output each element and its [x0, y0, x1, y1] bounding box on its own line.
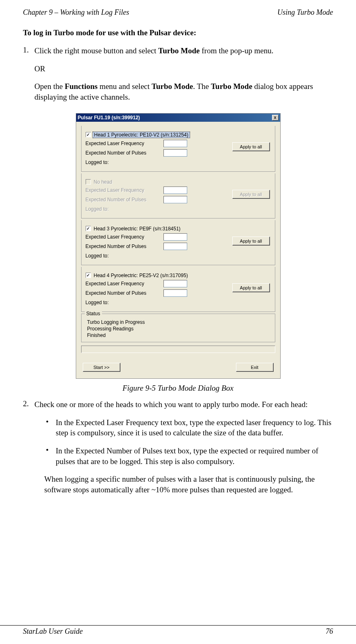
head-3-checkbox[interactable] — [86, 226, 91, 231]
header-left: Chapter 9 – Working with Log Files — [23, 8, 129, 17]
step-number: 2. — [23, 399, 34, 502]
bullet-icon: • — [46, 446, 56, 467]
pulses-label: Expected Number of Pulses — [86, 290, 163, 296]
apply-to-all-button-4[interactable]: Apply to all — [232, 283, 270, 292]
step1-or: OR — [34, 64, 333, 74]
step-1: 1. Click the right mouse button and sele… — [23, 46, 333, 110]
head-block-4: Head 4 Pyroelectric: PE25-V2 (s/n:317095… — [81, 267, 275, 312]
exit-button[interactable]: Exit — [236, 363, 274, 372]
head-1-pulses-input[interactable] — [163, 149, 187, 157]
step1-para1: Click the right mouse button and select … — [34, 46, 333, 56]
head-3-freq-input[interactable] — [163, 233, 187, 241]
head-4-title: Head 4 Pyroelectric: PE25-V2 (s/n:317095… — [93, 273, 189, 278]
footer-right: 76 — [326, 627, 333, 636]
apply-to-all-button-3[interactable]: Apply to all — [232, 237, 270, 246]
freq-label: Expected Laser Frequency — [86, 141, 163, 146]
head-3-pulses-input[interactable] — [163, 243, 187, 250]
head-1-title: Head 1 Pyroelectric: PE10-V2 (s/n:131254… — [93, 132, 190, 138]
close-icon[interactable]: x — [272, 115, 279, 121]
head-2-title: No head — [93, 179, 113, 185]
status-line-2: Processing Readings — [87, 325, 271, 332]
footer-left: StarLab User Guide — [23, 627, 83, 636]
head-2-checkbox — [86, 179, 91, 184]
head-block-3: Head 3 Pyroelectric: PE9F (s/n:318451) E… — [81, 220, 275, 265]
head-3-title: Head 3 Pyroelectric: PE9F (s/n:318451) — [93, 226, 182, 232]
figure-caption: Figure 9-5 Turbo Mode Dialog Box — [23, 384, 333, 393]
apply-to-all-button-2: Apply to all — [232, 190, 270, 199]
turbo-mode-dialog-figure: Pulsar FU1.19 (s/n:399912) x Head 1 Pyro… — [76, 113, 281, 379]
head-1-freq-input[interactable] — [163, 140, 187, 147]
logged-label: Logged to: — [86, 300, 163, 305]
bullet-1: • In the Expected Laser Frequency text b… — [46, 417, 333, 438]
head-block-2: No head Expected Laser Frequency Expecte… — [81, 173, 275, 218]
pulses-label: Expected Number of Pulses — [86, 150, 163, 156]
start-button[interactable]: Start >> — [83, 363, 120, 372]
status-line-1: Turbo Logging in Progress — [87, 319, 271, 325]
head-4-freq-input[interactable] — [163, 280, 187, 287]
freq-label: Expected Laser Frequency — [86, 281, 163, 287]
progress-bar — [81, 346, 275, 353]
status-line-3: Finished — [87, 332, 271, 339]
dialog-title: Pulsar FU1.19 (s/n:399912) — [78, 115, 140, 121]
head-block-1: Head 1 Pyroelectric: PE10-V2 (s/n:131254… — [81, 126, 275, 172]
head-4-pulses-input[interactable] — [163, 289, 187, 297]
apply-to-all-button-1[interactable]: Apply to all — [232, 142, 270, 151]
logged-label: Logged to: — [86, 253, 163, 259]
freq-label: Expected Laser Frequency — [86, 187, 163, 193]
step-2: 2. Check one or more of the heads to whi… — [23, 399, 333, 502]
turbo-mode-dialog: Pulsar FU1.19 (s/n:399912) x Head 1 Pyro… — [76, 113, 281, 379]
dialog-titlebar[interactable]: Pulsar FU1.19 (s/n:399912) x — [76, 114, 280, 122]
tail-paragraph: When logging a specific number of pulses… — [34, 474, 333, 495]
logged-label: Logged to: — [86, 159, 163, 165]
step-number: 1. — [23, 46, 34, 110]
pulses-label: Expected Number of Pulses — [86, 243, 163, 249]
step2-text: Check one or more of the heads to which … — [34, 399, 333, 410]
status-legend: Status — [85, 311, 102, 316]
running-header: Chapter 9 – Working with Log Files Using… — [23, 8, 333, 17]
head-2-freq-input — [163, 187, 187, 194]
bullet-icon: • — [46, 417, 56, 438]
pulses-label: Expected Number of Pulses — [86, 197, 163, 203]
head-1-checkbox[interactable] — [86, 132, 91, 137]
head-2-pulses-input — [163, 196, 187, 203]
freq-label: Expected Laser Frequency — [86, 234, 163, 240]
lead-sentence: To log in Turbo mode for use with the Pu… — [23, 28, 333, 37]
header-right: Using Turbo Mode — [277, 8, 333, 17]
step1-para2: Open the Functions menu and select Turbo… — [34, 81, 333, 102]
logged-label: Logged to: — [86, 206, 163, 212]
bullet-2: • In the Expected Number of Pulses text … — [46, 446, 333, 467]
status-group: Status Turbo Logging in Progress Process… — [81, 314, 275, 343]
page-footer: StarLab User Guide 76 — [0, 625, 356, 636]
head-4-checkbox[interactable] — [86, 273, 91, 278]
